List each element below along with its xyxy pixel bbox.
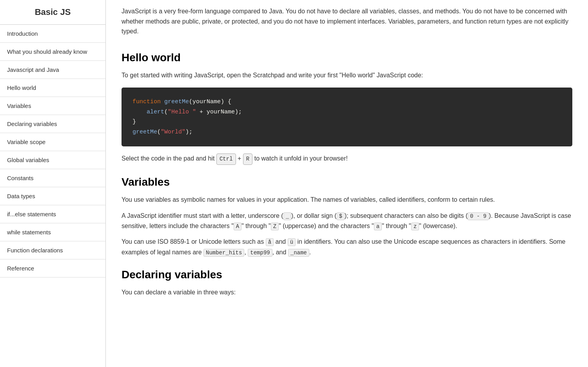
variables-p3: You can use ISO 8859-1 or Unicode letter…	[122, 237, 572, 257]
code-name: _name	[288, 249, 309, 257]
code-0-9: 0 - 9	[468, 212, 489, 220]
select-line-after: to watch it unfold in your browser!	[254, 155, 348, 162]
vars-p2-mid7: " (lowercase).	[419, 223, 457, 229]
sidebar: Basic JS IntroductionWhat you should alr…	[0, 0, 106, 367]
nav-function-declarations[interactable]: Function declarations	[0, 241, 105, 259]
declaring-variables-description: You can declare a variable in three ways…	[122, 287, 572, 298]
kbd-ctrl: Ctrl	[216, 153, 236, 165]
nav-if-else[interactable]: if...else statements	[0, 205, 105, 223]
hello-world-description: To get started with writing JavaScript, …	[122, 70, 572, 80]
select-line: Select the code in the pad and hit Ctrl …	[122, 153, 572, 165]
nav-javascript-java[interactable]: Javascript and Java	[0, 61, 105, 79]
code-a: a	[374, 223, 382, 230]
vars-p2-mid1: ), or dollar sign (	[291, 212, 337, 219]
variables-heading: Variables	[122, 176, 572, 188]
code-a-accent: å	[266, 238, 274, 246]
code-A: A	[234, 223, 241, 230]
declaring-variables-heading: Declaring variables	[122, 268, 572, 281]
intro-paragraph: JavaScript is a very free-form language …	[122, 0, 572, 40]
sidebar-title: Basic JS	[0, 0, 105, 25]
vars-p3-mid5: .	[309, 249, 311, 256]
code-dollar: $	[337, 212, 345, 220]
code-block: function greetMe(yourName) { alert("Hell…	[122, 88, 572, 146]
nav-global-variables[interactable]: Global variables	[0, 151, 105, 169]
nav-variables[interactable]: Variables	[0, 97, 105, 115]
vars-p3-mid1: and	[274, 238, 288, 245]
nav-hello-world[interactable]: Hello world	[0, 79, 105, 97]
code-underscore: _	[283, 212, 291, 220]
code-number-hits: Number_hits	[203, 249, 244, 257]
vars-p3-mid3: ,	[244, 249, 248, 256]
select-line-before: Select the code in the pad and hit	[122, 155, 215, 162]
code-Z: Z	[271, 223, 279, 230]
vars-p2-mid6: " through "	[382, 223, 411, 229]
vars-p3-before: You can use ISO 8859-1 or Unicode letter…	[122, 238, 266, 245]
nav-items: IntroductionWhat you should already know…	[0, 25, 105, 278]
vars-p2-mid2: ); subsequent characters can also be dig…	[345, 212, 468, 219]
variables-p2: A JavaScript identifier must start with …	[122, 211, 572, 232]
code-u-umlaut: ü	[288, 238, 296, 246]
vars-p2-mid4: " through "	[241, 223, 271, 229]
variables-p1: You use variables as symbolic names for …	[122, 195, 572, 205]
nav-constants[interactable]: Constants	[0, 169, 105, 187]
vars-p3-mid4: , and	[272, 249, 288, 256]
kbd-plus: +	[238, 155, 241, 162]
kbd-r: R	[243, 153, 252, 165]
vars-p2-mid5: " (uppercase) and the characters "	[279, 223, 374, 229]
vars-p2-before: A JavaScript identifier must start with …	[122, 212, 283, 219]
nav-introduction[interactable]: Introduction	[0, 25, 105, 43]
nav-reference[interactable]: Reference	[0, 259, 105, 278]
nav-declaring-variables[interactable]: Declaring variables	[0, 115, 105, 133]
nav-variable-scope[interactable]: Variable scope	[0, 133, 105, 151]
code-temp99: temp99	[248, 249, 272, 257]
nav-while[interactable]: while statements	[0, 223, 105, 241]
nav-data-types[interactable]: Data types	[0, 187, 105, 205]
hello-world-heading: Hello world	[122, 51, 572, 64]
code-z: z	[411, 223, 419, 230]
nav-what-you-should-know[interactable]: What you should already know	[0, 43, 105, 61]
main-content: JavaScript is a very free-form language …	[106, 0, 588, 367]
